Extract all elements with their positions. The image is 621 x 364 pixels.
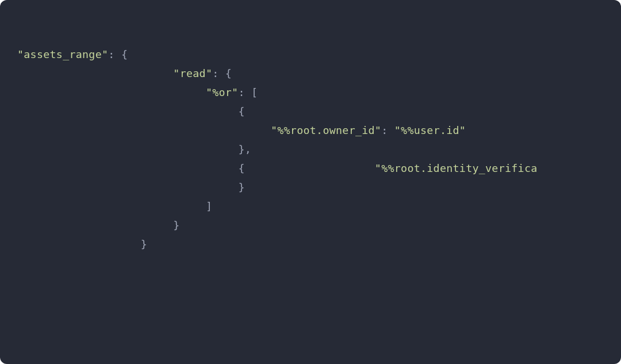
brace: },: [238, 143, 251, 155]
indent: [17, 200, 206, 212]
bracket: ]: [206, 200, 212, 212]
indent: [17, 105, 238, 117]
brace: }: [173, 219, 179, 231]
indent: [17, 162, 238, 174]
brace: }: [141, 238, 147, 250]
json-key: "assets_range": [17, 48, 108, 60]
punct: : {: [212, 67, 232, 79]
json-key: "read": [173, 67, 212, 79]
punct: : [: [238, 86, 258, 98]
punct: :: [381, 124, 394, 136]
json-key: "%%root.identity_verifica: [375, 162, 538, 174]
indent: [17, 67, 173, 79]
json-value: "%%user.id": [394, 124, 466, 136]
code-block: "assets_range": { "read": { "%or": [ { "…: [0, 0, 621, 364]
brace: }: [238, 181, 244, 193]
indent: [17, 238, 141, 250]
gap: [245, 162, 375, 174]
punct: : {: [108, 48, 128, 60]
json-key: "%or": [206, 86, 239, 98]
json-key: "%%root.owner_id": [271, 124, 381, 136]
indent: [17, 86, 206, 98]
indent: [17, 219, 173, 231]
brace: {: [238, 162, 244, 174]
indent: [17, 124, 271, 136]
indent: [17, 143, 238, 155]
indent: [17, 181, 238, 193]
brace: {: [238, 105, 244, 117]
